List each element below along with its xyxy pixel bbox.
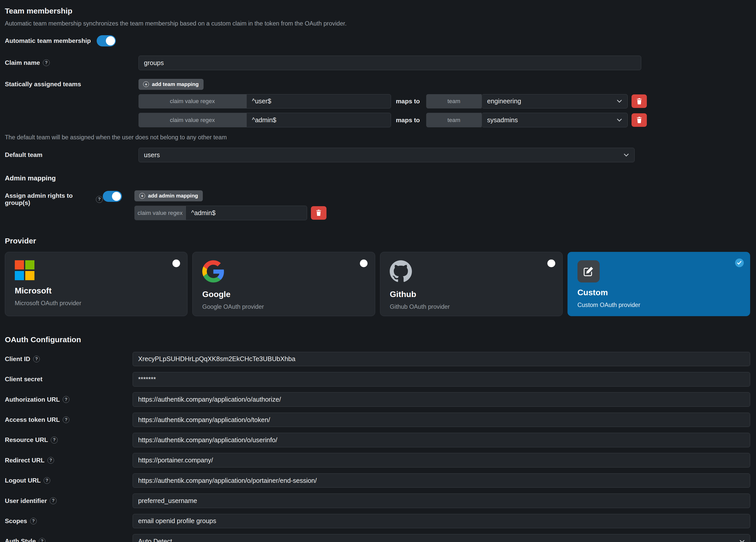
add-admin-mapping-label: add admin mapping: [148, 193, 198, 199]
user-identifier-label: User identifier: [5, 497, 47, 505]
client-secret-input[interactable]: [133, 372, 750, 387]
team-mappings-area: + add team mapping claim value regex map…: [138, 79, 647, 127]
scopes-input[interactable]: [133, 514, 750, 528]
access-token-url-row: Access token URL ?: [5, 413, 750, 427]
edit-pencil-icon: [583, 266, 594, 277]
provider-card-google[interactable]: Google Google OAuth provider: [192, 252, 375, 316]
claim-name-label: Claim name: [5, 59, 40, 66]
client-secret-row: Client secret: [5, 372, 750, 387]
help-icon[interactable]: ?: [33, 356, 40, 362]
team-mapping-regex-input[interactable]: [246, 113, 391, 127]
provider-card-description: Github OAuth provider: [390, 304, 553, 310]
trash-icon: [636, 117, 642, 123]
auth-style-select[interactable]: Auto Detect: [133, 534, 750, 542]
team-select-value: sysadmins: [487, 116, 518, 124]
ms-square-yellow: [25, 271, 34, 280]
provider-card-microsoft[interactable]: Microsoft Microsoft OAuth provider: [5, 252, 187, 316]
claim-value-regex-addon: claim value regex: [138, 113, 246, 127]
user-identifier-input[interactable]: [133, 494, 750, 508]
plus-icon: +: [139, 193, 145, 199]
provider-heading: Provider: [5, 236, 750, 245]
access-token-url-label: Access token URL: [5, 416, 60, 423]
chevron-down-icon: [624, 153, 629, 157]
google-logo-icon: [202, 260, 224, 283]
delete-team-mapping-button[interactable]: [632, 113, 647, 127]
team-membership-description: Automatic team membership synchronizes t…: [5, 20, 750, 27]
admin-mapping-regex-input[interactable]: [186, 206, 307, 220]
maps-to-label: maps to: [396, 117, 420, 124]
claim-value-regex-addon: claim value regex: [134, 206, 185, 220]
logout-url-row: Logout URL ?: [5, 473, 750, 488]
selected-check-icon: [735, 258, 744, 267]
custom-edit-icon-box: [577, 260, 600, 283]
team-mapping-regex-input[interactable]: [246, 94, 391, 109]
toggle-knob: [106, 36, 115, 45]
github-logo-icon: [390, 260, 412, 283]
trash-icon: [636, 98, 642, 105]
logout-url-input[interactable]: [133, 473, 750, 488]
provider-card-title: Google: [202, 290, 365, 299]
check-icon: [737, 261, 742, 264]
help-icon[interactable]: ?: [30, 518, 37, 524]
help-icon[interactable]: ?: [43, 59, 49, 66]
admin-mapping-row: claim value regex: [134, 206, 326, 220]
help-icon[interactable]: ?: [51, 437, 57, 443]
access-token-url-input[interactable]: [133, 413, 750, 427]
radio-unselected-icon[interactable]: [172, 259, 180, 267]
add-admin-mapping-button[interactable]: + add admin mapping: [134, 190, 203, 201]
claim-name-input[interactable]: [138, 56, 641, 70]
team-mapping-row: claim value regex maps to team engineeri…: [138, 94, 647, 109]
help-icon[interactable]: ?: [63, 417, 69, 423]
team-mapping-row: claim value regex maps to team sysadmins: [138, 113, 647, 127]
claim-value-regex-addon: claim value regex: [138, 94, 246, 109]
default-team-label: Default team: [5, 151, 138, 158]
redirect-url-row: Redirect URL ?: [5, 453, 750, 468]
assign-admin-label: Assign admin rights to group(s): [5, 192, 93, 206]
provider-card-description: Microsoft OAuth provider: [15, 300, 178, 307]
provider-card-title: Github: [390, 290, 553, 299]
automatic-team-membership-label: Automatic team membership: [5, 37, 91, 44]
provider-card-custom[interactable]: Custom Custom OAuth provider: [568, 252, 750, 316]
help-icon[interactable]: ?: [39, 538, 45, 542]
help-icon[interactable]: ?: [44, 477, 50, 484]
redirect-url-input[interactable]: [133, 453, 750, 468]
delete-team-mapping-button[interactable]: [632, 94, 647, 108]
automatic-team-membership-row: Automatic team membership: [5, 35, 750, 46]
team-select[interactable]: sysadmins: [482, 113, 628, 127]
ms-square-red: [15, 260, 24, 269]
ms-square-blue: [15, 271, 24, 280]
help-icon[interactable]: ?: [63, 396, 69, 403]
delete-admin-mapping-button[interactable]: [311, 206, 326, 220]
help-icon[interactable]: ?: [50, 497, 56, 504]
oauth-configuration-heading: OAuth Configuration: [5, 335, 750, 344]
statically-assigned-teams-label: Statically assigned teams: [5, 81, 138, 88]
provider-card-title: Microsoft: [15, 286, 178, 296]
maps-to-label: maps to: [396, 98, 420, 105]
assign-admin-row: Assign admin rights to group(s) ? + add …: [5, 190, 750, 220]
admin-mapping-heading: Admin mapping: [5, 174, 750, 182]
radio-unselected-icon[interactable]: [547, 259, 555, 267]
scopes-row: Scopes ?: [5, 514, 750, 528]
user-identifier-row: User identifier ?: [5, 494, 750, 508]
team-select-value: engineering: [487, 97, 521, 105]
authorization-url-input[interactable]: [133, 392, 750, 407]
help-icon[interactable]: ?: [47, 457, 54, 464]
chevron-down-icon: [617, 118, 622, 122]
provider-card-title: Custom: [577, 288, 740, 297]
provider-card-description: Custom OAuth provider: [577, 302, 740, 309]
help-icon[interactable]: ?: [96, 196, 103, 202]
assign-admin-toggle[interactable]: [103, 191, 122, 202]
radio-unselected-icon[interactable]: [360, 259, 368, 267]
resource-url-input[interactable]: [133, 433, 750, 447]
provider-card-github[interactable]: Github Github OAuth provider: [380, 252, 563, 316]
resource-url-row: Resource URL ?: [5, 433, 750, 447]
default-team-note: The default team will be assigned when t…: [5, 134, 750, 141]
automatic-team-membership-toggle[interactable]: [97, 35, 116, 46]
authorization-url-row: Authorization URL ?: [5, 392, 750, 407]
ms-square-green: [25, 260, 34, 269]
admin-mappings-area: + add admin mapping claim value regex: [134, 190, 326, 220]
default-team-select[interactable]: users: [138, 148, 635, 162]
add-team-mapping-button[interactable]: + add team mapping: [138, 79, 204, 90]
team-select[interactable]: engineering: [482, 94, 628, 109]
client-id-input[interactable]: [133, 352, 750, 367]
